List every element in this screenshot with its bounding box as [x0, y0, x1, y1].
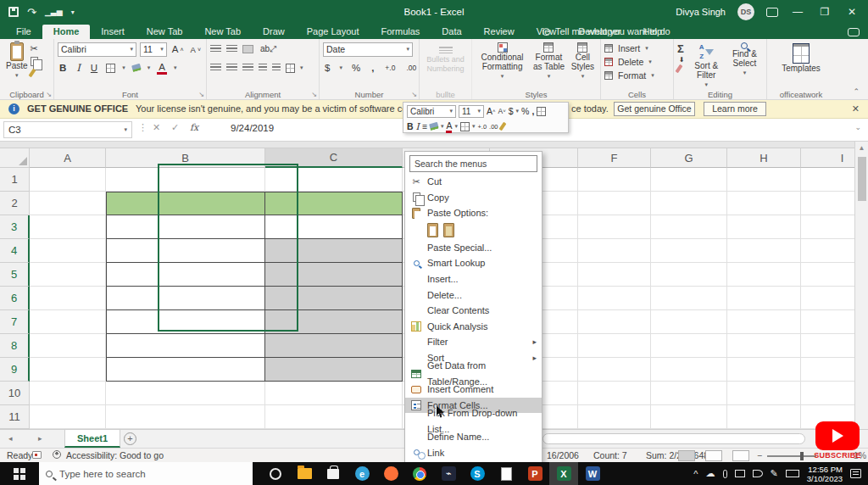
name-box[interactable]: C3▾	[3, 121, 132, 138]
middle-align-icon[interactable]	[226, 45, 237, 53]
powerpoint-icon[interactable]: P	[520, 462, 549, 485]
mini-increase-decimal-icon[interactable]: +.0	[477, 123, 487, 131]
cell-A5[interactable]	[30, 263, 106, 287]
vertical-scrollbar[interactable]: ▲	[854, 142, 868, 429]
column-header-g[interactable]: G	[651, 148, 727, 168]
comments-icon[interactable]	[848, 28, 860, 36]
page-break-view-icon[interactable]	[732, 450, 749, 461]
cell-F9[interactable]	[578, 358, 651, 382]
name-cell-chloe[interactable]	[106, 358, 265, 382]
name-cell-lachlan[interactable]	[106, 287, 265, 310]
cell-F5[interactable]	[578, 263, 651, 287]
zoom-slider[interactable]	[767, 455, 816, 457]
mini-accounting-icon[interactable]: $	[509, 106, 514, 116]
cell-G4[interactable]	[651, 239, 727, 263]
dark-app-icon[interactable]: ⌁	[434, 462, 463, 485]
cell-A4[interactable]	[30, 239, 106, 263]
percent-style-icon[interactable]: %	[350, 63, 362, 73]
row-header-3[interactable]: 3	[0, 215, 30, 239]
cell-C1[interactable]	[265, 168, 403, 192]
cell-G6[interactable]	[651, 287, 727, 310]
cell-G8[interactable]	[651, 334, 727, 358]
comma-style-icon[interactable]: ,	[370, 63, 376, 73]
chrome-icon[interactable]	[405, 462, 434, 485]
date-cell-6[interactable]	[265, 287, 403, 310]
cell-C11[interactable]	[265, 405, 403, 429]
cell-F8[interactable]	[578, 334, 651, 358]
mini-borders-icon[interactable]	[460, 122, 470, 131]
menu-item-clear-contents[interactable]: Clear Contents	[405, 303, 542, 319]
number-dialog-launcher[interactable]: ↘	[411, 91, 417, 98]
font-size-select[interactable]: 11▾	[140, 42, 167, 57]
mini-format-painter-icon[interactable]	[498, 122, 506, 131]
cell-F10[interactable]	[578, 382, 651, 405]
cell-A1[interactable]	[30, 168, 106, 192]
minimize-button[interactable]: —	[790, 6, 805, 18]
speaker-icon[interactable]	[753, 470, 763, 477]
collapse-ribbon-icon[interactable]: ⌃	[853, 87, 860, 96]
cell-F7[interactable]	[578, 310, 651, 334]
menu-item-smart-lookup[interactable]: Smart Lookup	[405, 255, 542, 271]
youtube-play-button[interactable]	[815, 421, 860, 450]
clipboard-dialog-launcher[interactable]: ↘	[46, 91, 52, 98]
excel-icon[interactable]: X	[549, 462, 578, 485]
ribbon-tab-data[interactable]: Data	[431, 25, 472, 39]
cell-A8[interactable]	[30, 334, 106, 358]
user-name[interactable]: Divya Singh	[676, 7, 726, 17]
taskbar-clock[interactable]: 12:56 PM 3/10/2023	[807, 465, 843, 483]
network-icon[interactable]	[735, 470, 745, 477]
cell-B1[interactable]	[106, 168, 265, 192]
menu-item-insert-comment[interactable]: Insert Comment	[405, 382, 542, 398]
cell-F11[interactable]	[578, 405, 651, 429]
edge-icon[interactable]: e	[348, 462, 376, 485]
vertical-scroll-thumb[interactable]	[858, 157, 866, 201]
skype-icon[interactable]: S	[463, 462, 492, 485]
date-cell-7[interactable]	[265, 310, 403, 334]
store-icon[interactable]	[319, 462, 348, 485]
cell-G3[interactable]	[651, 215, 727, 239]
name-cell-jack[interactable]	[106, 215, 265, 239]
font-color-icon[interactable]: A	[157, 62, 167, 75]
header-cell-aadmission[interactable]	[106, 192, 265, 215]
ribbon-tab-new-tab-4[interactable]: New Tab	[193, 25, 252, 39]
decrease-decimal-icon[interactable]: .00	[404, 64, 418, 72]
ribbon-tab-review[interactable]: Review	[473, 25, 526, 39]
menu-item-get-data-from-table-range[interactable]: Get Data from Table/Range...	[405, 366, 542, 382]
mini-comma-icon[interactable]: ,	[531, 106, 534, 116]
scroll-up-icon[interactable]: ▲	[855, 142, 868, 152]
ribbon-display-options-icon[interactable]	[766, 8, 778, 17]
learn-more-button[interactable]: Learn more	[704, 102, 766, 116]
column-header-f[interactable]: F	[578, 148, 651, 168]
format-as-table-button[interactable]: Format as Table▾	[529, 42, 569, 81]
date-cell-5[interactable]	[265, 263, 403, 287]
header-cell-date[interactable]	[265, 192, 403, 215]
sheet-nav-arrows[interactable]: ◂ ▸	[8, 434, 54, 443]
cell-C10[interactable]	[265, 382, 403, 405]
cell-G9[interactable]	[651, 358, 727, 382]
menu-search-input[interactable]	[409, 155, 537, 172]
row-header-11[interactable]: 11	[0, 405, 30, 429]
file-explorer-icon[interactable]	[290, 462, 319, 485]
column-header-c[interactable]: C	[265, 148, 403, 168]
close-button[interactable]: ✕	[844, 6, 860, 18]
fill-icon[interactable]: ⬇	[677, 56, 687, 64]
normal-view-icon[interactable]	[678, 450, 695, 461]
menu-item-filter[interactable]: Filter▸	[405, 334, 542, 350]
ribbon-tab-new-tab-3[interactable]: New Tab	[136, 25, 194, 39]
ribbon-tab-insert[interactable]: Insert	[90, 25, 136, 39]
grow-font-icon[interactable]: A˄	[170, 44, 186, 54]
start-button[interactable]	[0, 462, 39, 485]
mini-grow-font-icon[interactable]: A˄	[487, 106, 496, 116]
mini-merge-icon[interactable]	[537, 107, 546, 116]
alignment-dialog-launcher[interactable]: ↘	[311, 91, 317, 98]
microphone-icon[interactable]	[723, 470, 727, 478]
column-header-a[interactable]: A	[30, 148, 106, 168]
autosum-icon[interactable]: Σ	[677, 42, 687, 55]
sort-filter-button[interactable]: AZ Sort & Filter▾	[690, 42, 723, 90]
row-header-1[interactable]: 1	[0, 168, 30, 192]
cell-G2[interactable]	[651, 192, 727, 215]
get-genuine-office-button[interactable]: Get genuine Office	[614, 102, 695, 116]
cancel-icon[interactable]: ✕	[153, 122, 160, 133]
keyboard-icon[interactable]	[786, 470, 799, 477]
new-sheet-icon[interactable]: +	[124, 432, 136, 445]
